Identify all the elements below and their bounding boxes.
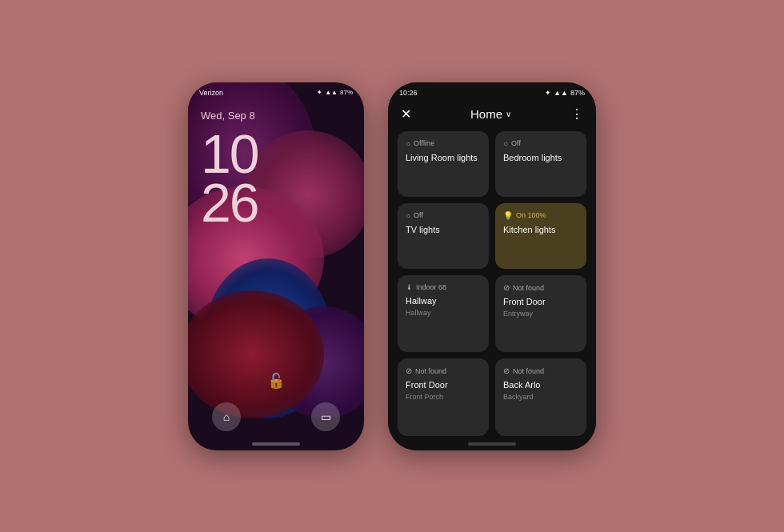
status-icons: ✦ ▲▲ 87% <box>317 89 353 96</box>
home-button[interactable]: ⌂ <box>212 402 241 431</box>
lockscreen-time: 10 26 <box>201 130 351 227</box>
device-card-0[interactable]: ○OfflineLiving Room lights <box>398 131 489 197</box>
device-status-4: 🌡Indoor 68 <box>406 283 481 291</box>
device-status-icon-1: ○ <box>503 139 508 148</box>
device-status-text-1: Off <box>511 139 521 147</box>
device-name-4: Hallway <box>406 296 481 306</box>
device-name-1: Bedroom lights <box>503 153 578 162</box>
home-label: Home <box>470 107 502 121</box>
app-header: ✕ Home ∨ ⋮ <box>388 100 596 131</box>
device-status-text-6: Not found <box>415 367 446 375</box>
device-status-icon-0: ○ <box>406 139 410 148</box>
device-status-text-2: Off <box>414 211 423 219</box>
device-name-0: Living Room lights <box>406 153 481 162</box>
device-sub-4: Hallway <box>406 309 481 317</box>
device-status-text-0: Offline <box>414 139 434 147</box>
app-status-icons: ✦ ▲▲ 87% <box>545 89 585 97</box>
device-status-text-4: Indoor 68 <box>416 283 446 291</box>
device-name-7: Back Arlo <box>503 380 578 390</box>
device-status-icon-2: ○ <box>406 211 410 220</box>
devices-grid: ○OfflineLiving Room lights○OffBedroom li… <box>388 131 596 436</box>
device-card-7[interactable]: ⊘Not foundBack ArloBackyard <box>495 358 586 435</box>
lock-icon[interactable]: 🔓 <box>188 372 364 390</box>
device-status-1: ○Off <box>503 139 578 148</box>
lockscreen-date: Wed, Sep 8 <box>201 110 364 122</box>
device-status-icon-4: 🌡 <box>406 283 413 291</box>
device-status-icon-3: 💡 <box>503 211 513 220</box>
device-status-0: ○Offline <box>406 139 481 148</box>
smart-home-app: 10:26 ✦ ▲▲ 87% ✕ Home ∨ ⋮ ○OfflineLiving… <box>388 82 596 450</box>
more-options-button[interactable]: ⋮ <box>570 106 583 122</box>
device-card-2[interactable]: ○OffTV lights <box>398 203 489 269</box>
device-status-icon-7: ⊘ <box>503 366 510 375</box>
app-time: 10:26 <box>399 89 418 97</box>
home-title[interactable]: Home ∨ <box>470 107 511 121</box>
device-status-3: 💡On 100% <box>503 211 578 220</box>
device-sub-7: Backyard <box>503 393 578 401</box>
home-indicator <box>252 442 300 446</box>
device-card-4[interactable]: 🌡Indoor 68HallwayHallway <box>398 275 489 352</box>
device-status-text-7: Not found <box>513 367 544 375</box>
app-home-indicator <box>468 442 516 446</box>
device-status-text-3: On 100% <box>516 211 546 219</box>
battery-label: 87% <box>340 89 353 96</box>
device-name-2: TV lights <box>406 225 481 234</box>
battery-label: 87% <box>570 89 585 97</box>
device-status-text-5: Not found <box>513 284 544 292</box>
device-card-5[interactable]: ⊘Not foundFront DoorEntryway <box>495 275 586 352</box>
device-status-icon-6: ⊘ <box>406 366 412 375</box>
device-sub-6: Front Porch <box>406 393 481 401</box>
device-card-1[interactable]: ○OffBedroom lights <box>495 131 586 197</box>
left-phone: Verizon ✦ ▲▲ 87% Wed, Sep 8 10 26 🔓 ⌂ <box>188 82 364 450</box>
lockscreen-nav: ⌂ ▭ <box>188 402 364 442</box>
chevron-down-icon: ∨ <box>506 110 511 118</box>
bluetooth-icon: ✦ <box>545 89 551 97</box>
carrier-label: Verizon <box>199 89 223 97</box>
signal-icon: ▲▲ <box>554 89 568 97</box>
right-phone: 10:26 ✦ ▲▲ 87% ✕ Home ∨ ⋮ ○OfflineLiving… <box>388 82 596 450</box>
time-minute: 26 <box>201 178 351 227</box>
time-hour: 10 <box>201 130 351 178</box>
device-name-6: Front Door <box>406 380 481 390</box>
device-status-7: ⊘Not found <box>503 366 578 375</box>
bluetooth-icon: ✦ <box>317 89 322 96</box>
signal-icon: ▲▲ <box>325 89 338 96</box>
device-sub-5: Entryway <box>503 310 578 318</box>
app-status-bar: 10:26 ✦ ▲▲ 87% <box>388 82 596 100</box>
device-card-6[interactable]: ⊘Not foundFront DoorFront Porch <box>398 358 489 435</box>
device-status-5: ⊘Not found <box>503 283 578 292</box>
recent-icon: ▭ <box>321 410 331 423</box>
device-name-3: Kitchen lights <box>503 225 578 234</box>
device-status-2: ○Off <box>406 211 481 220</box>
lockscreen-status-bar: Verizon ✦ ▲▲ 87% <box>188 82 364 100</box>
close-button[interactable]: ✕ <box>401 106 411 122</box>
recent-apps-button[interactable]: ▭ <box>311 402 340 431</box>
device-card-3[interactable]: 💡On 100%Kitchen lights <box>495 203 586 269</box>
device-status-icon-5: ⊘ <box>503 283 510 292</box>
device-name-5: Front Door <box>503 297 578 306</box>
home-icon: ⌂ <box>223 410 230 423</box>
device-status-6: ⊘Not found <box>406 366 481 375</box>
